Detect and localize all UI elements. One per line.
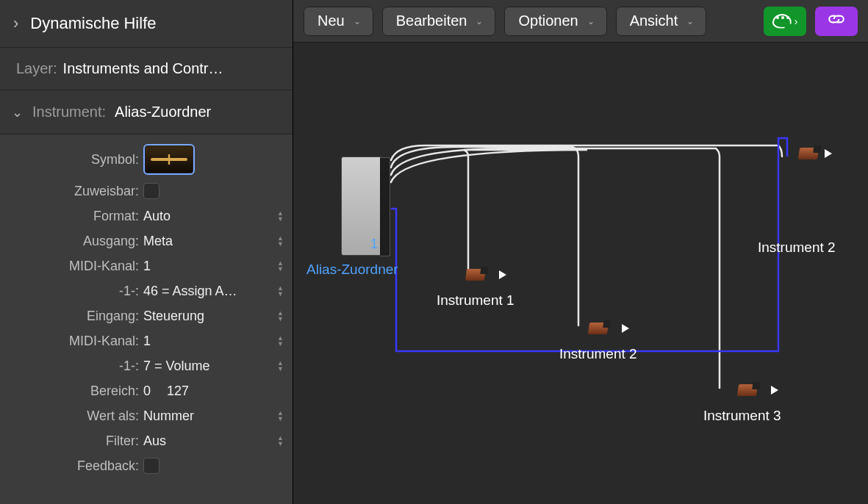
- assigner-number: 1: [370, 237, 378, 252]
- layer-row[interactable]: Layer: Instruments and Contr…: [0, 48, 293, 90]
- prop-assignable: Zuweisbar:: [0, 179, 293, 204]
- prop-range[interactable]: Bereich: 0 127: [0, 378, 293, 403]
- instrument-3-label[interactable]: Instrument 3: [703, 408, 781, 424]
- stepper-icon[interactable]: ▲▼: [277, 410, 284, 422]
- chevron-right-icon: ›: [13, 14, 18, 33]
- stepper-icon[interactable]: ▲▼: [277, 210, 284, 222]
- chevron-down-icon: ⌄: [686, 16, 694, 26]
- new-menu[interactable]: Neu⌄: [304, 7, 373, 36]
- inspector-panel: › Dynamische Hilfe Layer: Instruments an…: [0, 0, 293, 504]
- play-icon: [622, 324, 629, 333]
- symbol-icon[interactable]: [143, 144, 195, 175]
- play-icon: [499, 270, 506, 279]
- instrument-icon[interactable]: [465, 269, 486, 281]
- chevron-down-icon: ⌄: [9, 104, 25, 120]
- stepper-icon[interactable]: ▲▼: [277, 435, 284, 447]
- play-icon: [771, 386, 778, 395]
- value-as-value: Nummer: [143, 408, 194, 424]
- minus1b-value: 7 = Volume: [143, 359, 210, 374]
- feedback-checkbox[interactable]: [143, 458, 159, 474]
- instrument-value: Alias-Zuordner: [115, 104, 211, 120]
- instrument-icon[interactable]: [588, 323, 609, 334]
- prop-feedback: Feedback:: [0, 453, 293, 478]
- link-icon: [827, 12, 846, 30]
- instrument-1-label[interactable]: Instrument 1: [437, 292, 514, 309]
- play-icon: [825, 149, 832, 158]
- selection-outline: [380, 201, 390, 256]
- stepper-icon[interactable]: ▲▼: [277, 310, 284, 322]
- stepper-icon[interactable]: ▲▼: [277, 285, 284, 297]
- workspace[interactable]: 1 Alias-Zuordner Instrument 1 Instrument…: [293, 43, 868, 504]
- options-menu[interactable]: Optionen⌄: [504, 7, 606, 36]
- prop-minus1a[interactable]: -1-: 46 = Assign A… ▲▼: [0, 278, 293, 303]
- environment-area: Neu⌄ Bearbeiten⌄ Optionen⌄ Ansicht⌄ ›: [293, 0, 868, 504]
- instrument-header[interactable]: ⌄ Instrument: Alias-Zuordner: [0, 90, 293, 134]
- filter-value: Aus: [143, 433, 166, 449]
- assigner-label[interactable]: Alias-Zuordner: [306, 262, 398, 278]
- edit-menu[interactable]: Bearbeiten⌄: [382, 7, 496, 36]
- layer-value: Instruments and Contr…: [63, 60, 223, 77]
- assigner-ports: [382, 159, 389, 201]
- chevron-down-icon: ⌄: [587, 16, 595, 26]
- stepper-icon[interactable]: ▲▼: [277, 360, 284, 372]
- stepper-icon[interactable]: ▲▼: [277, 260, 284, 272]
- instrument-icon[interactable]: [737, 384, 758, 396]
- midi-in-value: 1: [143, 334, 151, 349]
- prop-midi-in[interactable]: MIDI-Kanal: 1 ▲▼: [0, 328, 293, 353]
- properties-list: Symbol: Zuweisbar: Format: Auto ▲▼ Aus: [0, 134, 293, 504]
- view-menu[interactable]: Ansicht⌄: [616, 7, 707, 36]
- alias-assigner-node[interactable]: 1: [341, 156, 381, 256]
- range-lo: 0: [143, 384, 151, 399]
- minus1a-value: 46 = Assign A…: [143, 284, 237, 299]
- prop-midi-out[interactable]: MIDI-Kanal: 1 ▲▼: [0, 253, 293, 278]
- prop-input[interactable]: Eingang: Steuerung ▲▼: [0, 303, 293, 328]
- chevron-right-icon: ›: [795, 15, 798, 27]
- palette-icon: [772, 14, 792, 29]
- prop-format[interactable]: Format: Auto ▲▼: [0, 204, 293, 228]
- prop-output[interactable]: Ausgang: Meta ▲▼: [0, 228, 293, 253]
- help-header[interactable]: › Dynamische Hilfe: [0, 0, 293, 48]
- output-value: Meta: [143, 234, 173, 249]
- toolbar: Neu⌄ Bearbeiten⌄ Optionen⌄ Ansicht⌄ ›: [293, 0, 868, 43]
- chevron-down-icon: ⌄: [476, 16, 483, 26]
- assignable-checkbox[interactable]: [143, 183, 159, 199]
- instrument-2b-label[interactable]: Instrument 2: [758, 240, 836, 256]
- instrument-2-label[interactable]: Instrument 2: [559, 346, 637, 362]
- input-value: Steuerung: [143, 309, 204, 324]
- chevron-down-icon: ⌄: [354, 16, 361, 26]
- stepper-icon[interactable]: ▲▼: [277, 335, 284, 347]
- color-palette-button[interactable]: ›: [764, 7, 806, 36]
- prop-symbol: Symbol:: [0, 140, 293, 179]
- layer-label: Layer:: [16, 60, 57, 77]
- stepper-icon[interactable]: ▲▼: [277, 235, 284, 247]
- range-hi: 127: [167, 384, 189, 399]
- instrument-icon[interactable]: [798, 148, 819, 159]
- prop-minus1b[interactable]: -1-: 7 = Volume ▲▼: [0, 353, 293, 378]
- instrument-label: Instrument:: [32, 104, 106, 120]
- prop-filter[interactable]: Filter: Aus ▲▼: [0, 428, 293, 453]
- help-title: Dynamische Hilfe: [30, 14, 156, 33]
- link-button[interactable]: [815, 7, 858, 36]
- midi-out-value: 1: [143, 259, 151, 274]
- prop-value-as[interactable]: Wert als: Nummer ▲▼: [0, 403, 293, 428]
- format-value: Auto: [143, 209, 171, 224]
